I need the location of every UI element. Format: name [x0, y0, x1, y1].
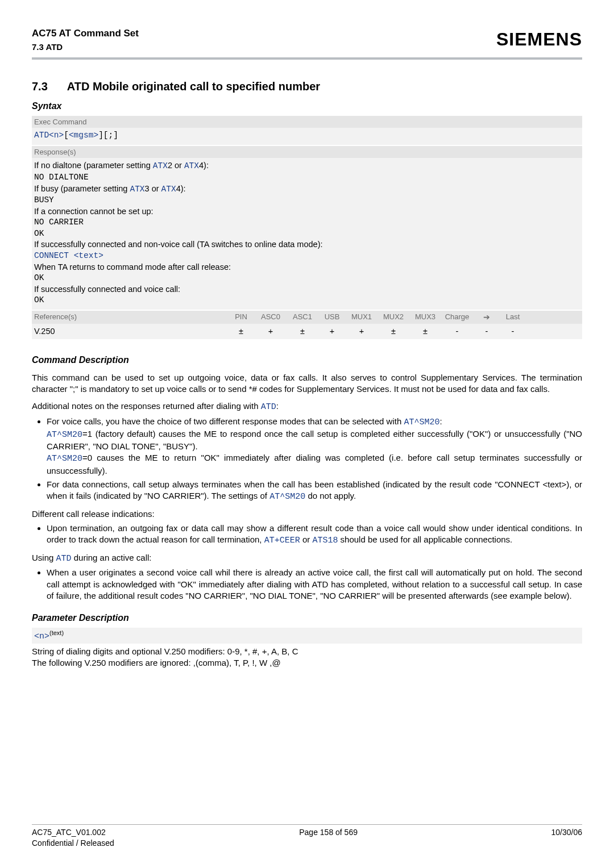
param-l2: The following V.250 modifiers are ignore… — [32, 657, 582, 669]
col-mux1: MUX1 — [346, 312, 377, 323]
r1c: 4): — [199, 161, 209, 170]
bullet-data: For data connections, call setup always … — [47, 479, 582, 503]
exec-command-code: ATD<n>[<mgsm>][;] — [32, 128, 582, 145]
r1b: 2 or — [168, 161, 184, 170]
reference-header: Reference(s) PIN ASC0 ASC1 USB MUX1 MUX2… — [32, 311, 582, 324]
r6: NO CARRIER — [34, 217, 580, 228]
col-usb: USB — [318, 312, 346, 323]
link-atd-2[interactable]: ATD — [56, 554, 72, 564]
col-pin: PIN — [227, 312, 255, 323]
bullet-second-call: When a user originates a second voice ca… — [47, 567, 582, 602]
r8: If successfully connected and non-voice … — [34, 239, 580, 251]
v-last: - — [500, 326, 525, 337]
exec-cmd-br2: ][;] — [98, 131, 118, 140]
v-charge: - — [441, 326, 473, 337]
doc-title: AC75 AT Command Set — [32, 27, 139, 40]
param-l1: String of dialing digits and optional V.… — [32, 646, 582, 657]
r1-atx1[interactable]: ATX — [153, 161, 168, 170]
r3b: 3 or — [145, 184, 161, 193]
r13: OK — [34, 295, 580, 306]
link-sm20-2[interactable]: AT^SM20 — [47, 430, 82, 440]
link-ats18[interactable]: ATS18 — [312, 536, 338, 545]
page-footer: AC75_ATC_V01.002 Page 158 of 569 10/30/0… — [32, 824, 582, 849]
cmd-desc-p2a: Additional notes on the responses return… — [32, 401, 261, 411]
col-arrow-icon: ➔ — [473, 312, 500, 323]
col-charge: Charge — [441, 312, 473, 323]
v-usb: + — [318, 326, 346, 337]
link-sm20-1[interactable]: AT^SM20 — [404, 418, 439, 427]
param-name-box: <n>(text) — [32, 628, 582, 644]
col-last: Last — [500, 312, 525, 323]
response-label: Response(s) — [32, 146, 582, 158]
r4: BUSY — [34, 195, 580, 206]
bullet-voice: For voice calls, you have the choice of … — [47, 416, 582, 477]
v-mux1: + — [346, 326, 377, 337]
r3-atx1[interactable]: ATX — [130, 185, 144, 194]
link-sm20-3[interactable]: AT^SM20 — [47, 454, 82, 464]
link-atd-1[interactable]: ATD — [261, 402, 276, 412]
reference-row: V.250 ± + ± + + ± ± - - - — [32, 324, 582, 340]
doc-sub: 7.3 ATD — [32, 41, 139, 53]
param-type: (text) — [49, 629, 64, 636]
reference-label: Reference(s) — [34, 312, 227, 322]
v-pin: ± — [227, 326, 255, 337]
r1-atx2[interactable]: ATX — [184, 161, 199, 170]
col-mux3: MUX3 — [409, 312, 441, 323]
diff-release-label: Different call release indications: — [32, 508, 582, 520]
using-atd-b: during an active call: — [72, 553, 152, 562]
exec-cmd-mgsm: <mgsm> — [69, 131, 98, 140]
footer-right: 10/30/06 — [551, 827, 582, 838]
syntax-heading: Syntax — [32, 100, 582, 112]
link-sm20-4[interactable]: AT^SM20 — [269, 492, 305, 502]
brand-logo: SIEMENS — [496, 27, 582, 52]
section-number: 7.3 — [32, 79, 48, 94]
r9a: CONNECT — [34, 251, 74, 260]
command-description-heading: Command Description — [32, 354, 582, 366]
ref-row-label: V.250 — [34, 326, 227, 337]
v-asc1: ± — [287, 326, 318, 337]
link-ceer[interactable]: AT+CEER — [264, 536, 300, 545]
using-atd-a: Using — [32, 553, 56, 562]
col-asc0: ASC0 — [255, 312, 287, 323]
r10: When TA returns to command mode after ca… — [34, 262, 580, 273]
v-asc0: + — [255, 326, 287, 337]
response-block: If no dialtone (parameter setting ATX2 o… — [32, 158, 582, 309]
r9b: <text> — [74, 251, 103, 260]
r5: If a connection cannot be set up: — [34, 206, 580, 218]
r7: OK — [34, 228, 580, 240]
r12: If successfully connected and voice call… — [34, 284, 580, 295]
exec-command-label: Exec Command — [32, 116, 582, 128]
footer-center: Page 158 of 569 — [299, 827, 358, 838]
r1a: If no dialtone (parameter setting — [34, 161, 153, 170]
v-mux2: ± — [377, 326, 409, 337]
col-asc1: ASC1 — [287, 312, 318, 323]
r3a: If busy (parameter setting — [34, 184, 130, 193]
cmd-desc-p1: This command can be used to set up outgo… — [32, 372, 582, 395]
footer-divider — [32, 824, 582, 825]
cmd-desc-p2b: : — [276, 401, 279, 411]
r2: NO DIALTONE — [34, 172, 580, 183]
col-mux2: MUX2 — [377, 312, 409, 323]
footer-left: AC75_ATC_V01.002 — [32, 827, 106, 838]
param-n: <n> — [34, 632, 49, 641]
v-arrow: - — [473, 326, 500, 337]
exec-cmd-br1: [ — [64, 131, 69, 140]
footer-left2: Confidential / Released — [32, 838, 582, 849]
exec-cmd-n: <n> — [49, 131, 64, 140]
r3c: 4): — [176, 184, 186, 193]
r11: OK — [34, 273, 580, 284]
header-divider — [32, 57, 582, 60]
exec-cmd-atd: ATD — [34, 131, 49, 140]
r3-atx2[interactable]: ATX — [161, 185, 176, 194]
parameter-description-heading: Parameter Description — [32, 612, 582, 624]
bullet-release: Upon termination, an outgoing fax or dat… — [47, 523, 582, 547]
v-mux3: ± — [409, 326, 441, 337]
section-title: ATD Mobile originated call to specified … — [67, 79, 320, 94]
